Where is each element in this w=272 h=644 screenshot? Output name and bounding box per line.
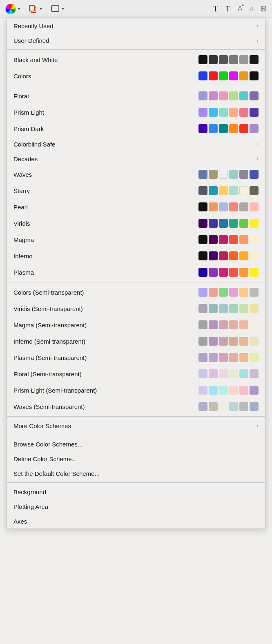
swatch-pls-6 bbox=[250, 386, 259, 395]
user-defined-chevron: › bbox=[256, 37, 259, 44]
menu-item-axes[interactable]: Axes bbox=[7, 514, 265, 529]
colorblind-safe-label: Colorblind Safe bbox=[13, 141, 56, 148]
menu-item-recently-used[interactable]: Recently Used › bbox=[7, 18, 265, 33]
swatch-st-4 bbox=[229, 186, 238, 195]
menu-item-user-defined[interactable]: User Defined › bbox=[7, 33, 265, 48]
swatch-floral-4 bbox=[229, 91, 238, 100]
waves-swatch-group bbox=[198, 170, 259, 179]
menu-item-colors-semi[interactable]: Colors (Semi-transparent) bbox=[7, 284, 265, 300]
colors-swatch-group bbox=[198, 71, 259, 80]
menu-item-floral[interactable]: Floral bbox=[7, 88, 265, 104]
menu-item-prism-dark[interactable]: Prism Dark bbox=[7, 120, 265, 137]
swatch-pls-1 bbox=[198, 386, 207, 395]
swatch-col-2 bbox=[209, 71, 218, 80]
color-wheel-icon bbox=[5, 4, 16, 14]
swatch-w-2 bbox=[209, 170, 218, 179]
swatch-pla-4 bbox=[229, 268, 238, 277]
swatch-ms-6 bbox=[250, 320, 259, 329]
text-button-1[interactable]: T bbox=[211, 3, 220, 15]
menu-item-browse[interactable]: Browse Color Schemes... bbox=[7, 437, 265, 451]
swatch-vi-2 bbox=[209, 219, 218, 228]
swatch-floral-2 bbox=[209, 91, 218, 100]
swatch-ps-3 bbox=[219, 353, 228, 362]
menu-item-floral-semi[interactable]: Floral (Semi-transparent) bbox=[7, 366, 265, 382]
swatch-vs-4 bbox=[229, 304, 238, 313]
swatch-floral-3 bbox=[219, 91, 228, 100]
menu-item-more-color-schemes[interactable]: More Color Schemes › bbox=[7, 418, 265, 433]
swatch-bw-5 bbox=[239, 55, 248, 64]
font-size-down-button[interactable]: A bbox=[248, 4, 256, 13]
menu-item-viridis-semi[interactable]: Viridis (Semi-transparent) bbox=[7, 300, 265, 317]
swatch-in-6 bbox=[250, 251, 259, 260]
menu-item-inferno[interactable]: Inferno bbox=[7, 248, 265, 264]
colors-swatches bbox=[198, 71, 259, 80]
waves-label: Waves bbox=[13, 171, 32, 178]
font-size-up-button[interactable]: A▲ bbox=[236, 3, 245, 14]
swatch-vi-5 bbox=[239, 219, 248, 228]
menu-item-colorblind-safe[interactable]: Colorblind Safe › bbox=[7, 137, 265, 151]
set-default-label: Set the Default Color Scheme... bbox=[13, 470, 100, 477]
swatch-vs-6 bbox=[250, 304, 259, 313]
menu-item-plasma[interactable]: Plasma bbox=[7, 264, 265, 280]
swatch-cs-2 bbox=[209, 288, 218, 297]
menu-item-define[interactable]: Define Color Scheme... bbox=[7, 451, 265, 466]
swatch-pl-4 bbox=[229, 108, 238, 117]
viridis-label: Viridis bbox=[13, 220, 30, 227]
divider-2 bbox=[7, 86, 265, 86]
browse-label: Browse Color Schemes... bbox=[13, 441, 82, 448]
swatch-pls-2 bbox=[209, 386, 218, 395]
shape-button[interactable]: ▼ bbox=[48, 3, 67, 15]
swatch-pe-1 bbox=[198, 202, 207, 211]
more-color-schemes-chevron: › bbox=[256, 422, 259, 429]
menu-item-prism-light-semi[interactable]: Prism Light (Semi-transparent) bbox=[7, 382, 265, 398]
swatch-ps-1 bbox=[198, 353, 207, 362]
swatch-w-5 bbox=[239, 170, 248, 179]
copy-button[interactable]: ▼ bbox=[26, 3, 45, 15]
menu-item-waves[interactable]: Waves bbox=[7, 166, 265, 182]
menu-item-magma-semi[interactable]: Magma (Semi-transparent) bbox=[7, 317, 265, 333]
background-label: Background bbox=[13, 489, 46, 495]
menu-item-viridis[interactable]: Viridis bbox=[7, 215, 265, 231]
colors-label: Colors bbox=[13, 73, 31, 80]
swatch-pe-3 bbox=[219, 202, 228, 211]
plasma-semi-swatch-group bbox=[198, 353, 259, 362]
menu-item-black-and-white[interactable]: Black and White bbox=[7, 51, 265, 68]
bold-button[interactable]: B bbox=[259, 3, 269, 15]
more-color-schemes-label: More Color Schemes bbox=[13, 422, 71, 429]
color-scheme-button[interactable]: ▼ bbox=[3, 2, 23, 16]
swatch-ms-5 bbox=[239, 320, 248, 329]
menu-item-decades[interactable]: Decades › bbox=[7, 151, 265, 166]
swatch-vi-6 bbox=[250, 219, 259, 228]
menu-item-prism-light[interactable]: Prism Light bbox=[7, 104, 265, 120]
swatch-w-1 bbox=[198, 170, 207, 179]
recently-used-chevron: › bbox=[256, 22, 259, 29]
swatch-pd-6 bbox=[250, 124, 259, 133]
swatch-bw-4 bbox=[229, 55, 238, 64]
prism-light-label: Prism Light bbox=[13, 109, 44, 116]
plasma-semi-label: Plasma (Semi-transparent) bbox=[13, 354, 87, 361]
menu-item-starry[interactable]: Starry bbox=[7, 182, 265, 199]
color-scheme-dropdown: Recently Used › User Defined › Black and… bbox=[7, 18, 265, 529]
menu-item-magma[interactable]: Magma bbox=[7, 231, 265, 248]
swatch-ps-4 bbox=[229, 353, 238, 362]
menu-item-plasma-semi[interactable]: Plasma (Semi-transparent) bbox=[7, 349, 265, 366]
floral-label: Floral bbox=[13, 93, 29, 100]
menu-item-plotting-area[interactable]: Plotting Area bbox=[7, 499, 265, 514]
inferno-semi-swatch-group bbox=[198, 337, 259, 346]
swatch-in-3 bbox=[219, 251, 228, 260]
divider-5 bbox=[7, 435, 265, 435]
swatch-bw-1 bbox=[198, 55, 207, 64]
menu-item-pearl[interactable]: Pearl bbox=[7, 199, 265, 215]
menu-item-colors[interactable]: Colors bbox=[7, 68, 265, 84]
menu-item-waves-semi[interactable]: Waves (Semi-transparent) bbox=[7, 398, 265, 415]
menu-item-inferno-semi[interactable]: Inferno (Semi-transparent) bbox=[7, 333, 265, 349]
menu-item-background[interactable]: Background bbox=[7, 484, 265, 499]
menu-item-set-default[interactable]: Set the Default Color Scheme... bbox=[7, 466, 265, 481]
swatch-is-4 bbox=[229, 337, 238, 346]
text-button-2[interactable]: T bbox=[223, 3, 232, 15]
swatch-cs-5 bbox=[239, 288, 248, 297]
floral-swatch-group bbox=[198, 91, 259, 100]
swatch-cs-6 bbox=[250, 288, 259, 297]
toolbar: ▼ ▼ ▼ T T A▲ A B bbox=[0, 0, 272, 18]
color-scheme-chevron: ▼ bbox=[17, 7, 21, 11]
